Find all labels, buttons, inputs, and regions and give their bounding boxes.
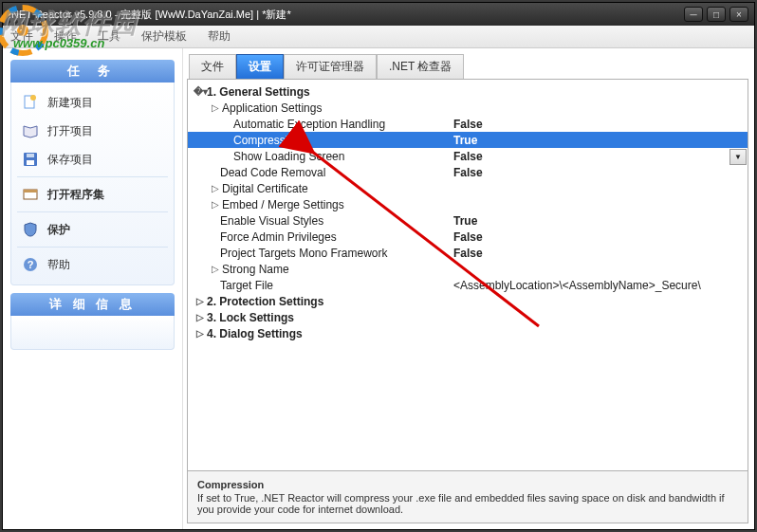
prop-mono-framework[interactable]: Project Targets Mono Framework False	[188, 245, 748, 261]
task-protect[interactable]: 保护	[15, 215, 170, 244]
prop-show-loading[interactable]: Show Loading Screen False	[188, 148, 748, 164]
expand-icon[interactable]: ▷	[209, 264, 222, 274]
separator	[17, 211, 168, 212]
close-button[interactable]: ×	[729, 7, 748, 22]
group-label: Digital Certificate	[222, 182, 308, 195]
menu-operate[interactable]: 操作	[50, 27, 81, 46]
save-icon	[21, 150, 40, 169]
prop-value[interactable]: False	[453, 150, 742, 163]
expand-icon[interactable]: ▷	[194, 312, 207, 322]
minimize-button[interactable]: ─	[684, 7, 703, 22]
section-label: 2. Protection Settings	[207, 295, 323, 308]
prop-target-file[interactable]: Target File <AssemblyLocation>\<Assembly…	[188, 277, 748, 293]
tab-strip: 文件 设置 许可证管理器 .NET 检查器	[189, 54, 748, 79]
help-icon: ?	[21, 255, 40, 274]
maximize-button[interactable]: □	[707, 7, 726, 22]
prop-value[interactable]: True	[453, 134, 742, 147]
task-label: 帮助	[47, 257, 70, 273]
menubar: 文件 操作 工具 保护模板 帮助	[3, 26, 754, 48]
assembly-icon	[21, 185, 40, 204]
window-title: .NET Reactor v5.9.8.0 - 完整版 [WwW.DaYanZa…	[9, 8, 684, 22]
help-title: Compression	[197, 479, 738, 490]
details-header: 详 细 信 息	[10, 293, 175, 316]
sidebar: 任 务 新建项目 打开项目	[3, 48, 183, 529]
tab-net-inspector[interactable]: .NET 检查器	[377, 54, 464, 79]
group-digital-certificate[interactable]: ▷ Digital Certificate	[188, 180, 748, 196]
prop-value[interactable]: False	[453, 230, 742, 244]
section-lock[interactable]: ▷ 3. Lock Settings	[188, 309, 748, 325]
task-new-project[interactable]: 新建项目	[15, 88, 170, 117]
group-label: Embed / Merge Settings	[222, 198, 344, 211]
main-area: 文件 设置 许可证管理器 .NET 检查器 �▾ 1. General Sett…	[183, 48, 754, 529]
expand-icon[interactable]: ▷	[209, 183, 222, 193]
prop-name: Compression	[233, 134, 453, 147]
menu-help[interactable]: 帮助	[204, 27, 234, 46]
expand-icon[interactable]: ▷	[209, 199, 222, 210]
svg-text:?: ?	[28, 259, 34, 270]
expand-icon[interactable]: ▷	[194, 328, 207, 339]
prop-name: Force Admin Privileges	[220, 230, 453, 244]
details-panel: 详 细 信 息	[10, 293, 175, 350]
separator	[17, 176, 168, 177]
tab-settings[interactable]: 设置	[236, 54, 284, 79]
svg-rect-6	[27, 160, 34, 165]
prop-auto-exception[interactable]: Automatic Exception Handling False	[188, 116, 748, 132]
section-label: 1. General Settings	[207, 85, 310, 99]
menu-protect-template[interactable]: 保护模板	[138, 27, 191, 46]
group-label: Application Settings	[222, 101, 322, 115]
titlebar: .NET Reactor v5.9.8.0 - 完整版 [WwW.DaYanZa…	[3, 3, 754, 26]
prop-enable-visual-styles[interactable]: Enable Visual Styles True	[188, 212, 748, 229]
tasks-panel: 任 务 新建项目 打开项目	[10, 60, 175, 285]
window: .NET Reactor v5.9.8.0 - 完整版 [WwW.DaYanZa…	[2, 2, 755, 530]
group-application-settings[interactable]: ▷ Application Settings	[188, 100, 748, 116]
tab-license-manager[interactable]: 许可证管理器	[284, 54, 377, 79]
open-book-icon	[21, 121, 40, 140]
svg-rect-7	[27, 154, 34, 157]
prop-name: Dead Code Removal	[220, 166, 453, 179]
property-grid[interactable]: �▾ 1. General Settings ▷ Application Set…	[188, 80, 748, 470]
prop-value[interactable]: False	[453, 247, 742, 260]
section-general[interactable]: �▾ 1. General Settings	[188, 83, 748, 100]
section-label: 3. Lock Settings	[207, 311, 294, 324]
group-embed-merge[interactable]: ▷ Embed / Merge Settings	[188, 196, 748, 212]
task-label: 打开项目	[47, 123, 93, 139]
separator	[17, 247, 168, 248]
dropdown-button[interactable]: ▼	[729, 149, 747, 165]
task-label: 打开程序集	[47, 187, 104, 203]
prop-value[interactable]: False	[453, 118, 742, 131]
section-protection[interactable]: ▷ 2. Protection Settings	[188, 293, 748, 309]
svg-point-4	[30, 95, 36, 101]
prop-compression[interactable]: Compression True	[188, 132, 748, 148]
prop-value[interactable]: True	[453, 214, 742, 228]
prop-force-admin[interactable]: Force Admin Privileges False	[188, 229, 748, 245]
section-label: 4. Dialog Settings	[207, 327, 303, 340]
prop-name: Target File	[220, 279, 453, 292]
prop-name: Project Targets Mono Framework	[220, 247, 453, 260]
prop-name: Automatic Exception Handling	[233, 118, 453, 131]
expand-icon[interactable]: ▷	[194, 296, 207, 306]
new-file-icon	[21, 93, 40, 112]
task-save-project[interactable]: 保存项目	[15, 145, 170, 174]
task-open-assembly[interactable]: 打开程序集	[15, 180, 170, 209]
menu-tools[interactable]: 工具	[94, 27, 124, 46]
shield-icon	[21, 220, 40, 239]
prop-value[interactable]: <AssemblyLocation>\<AssemblyName>_Secure…	[453, 279, 742, 292]
expand-icon[interactable]: ▷	[209, 102, 222, 113]
prop-dead-code[interactable]: Dead Code Removal False	[188, 164, 748, 180]
svg-rect-9	[24, 190, 37, 193]
task-open-project[interactable]: 打开项目	[15, 117, 170, 145]
prop-value[interactable]: False	[453, 166, 742, 179]
collapse-icon[interactable]: �▾	[194, 86, 207, 97]
task-help[interactable]: ? 帮助	[15, 250, 170, 279]
group-label: Strong Name	[222, 263, 289, 276]
group-strong-name[interactable]: ▷ Strong Name	[188, 261, 748, 277]
tab-files[interactable]: 文件	[189, 54, 236, 79]
tasks-header: 任 务	[10, 60, 175, 83]
section-dialog[interactable]: ▷ 4. Dialog Settings	[188, 325, 748, 341]
task-label: 保存项目	[47, 152, 93, 168]
task-label: 保护	[47, 222, 70, 238]
menu-file[interactable]: 文件	[7, 27, 37, 46]
settings-content: �▾ 1. General Settings ▷ Application Set…	[187, 79, 748, 523]
prop-name: Show Loading Screen	[233, 150, 453, 163]
help-body: If set to True, .NET Reactor will compre…	[197, 492, 738, 515]
